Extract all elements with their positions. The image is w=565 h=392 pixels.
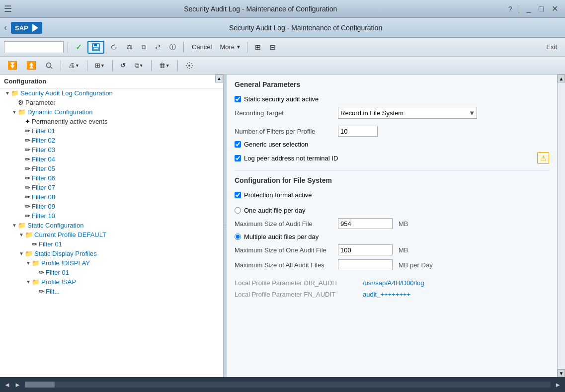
back-button[interactable]: ‹	[4, 22, 7, 33]
tree-item[interactable]: ✏ Filter 01	[0, 239, 223, 249]
tree-expand-icon[interactable]: ▼	[25, 279, 32, 285]
copy2-icon: ⧉	[135, 62, 139, 70]
settings-button[interactable]	[182, 59, 197, 72]
max-one-file-row: Maximum Size of One Audit File MB	[235, 244, 549, 255]
recording-target-label: Recording Target	[235, 109, 334, 117]
warning-button[interactable]: ⚠	[537, 152, 549, 164]
question-icon[interactable]: ?	[505, 4, 515, 14]
tree-item-icon: ✏	[25, 174, 30, 182]
num-filters-input[interactable]	[338, 126, 378, 137]
one-file-row: One audit file per day	[235, 207, 549, 214]
tree-item[interactable]: ▼ 📁 Profile !DISPLAY	[0, 258, 223, 268]
balance-button[interactable]: ⚖	[123, 41, 136, 54]
collapse-all-button[interactable]: ⏬	[4, 59, 21, 72]
copy2-dropdown-icon: ▼	[139, 63, 144, 68]
bottom-scroll-track[interactable]	[25, 382, 551, 388]
print-button[interactable]: 🖨 ▼	[65, 59, 83, 72]
general-params-title: General Parameters	[235, 80, 549, 90]
tree-expand-icon[interactable]: ▼	[25, 260, 32, 266]
transfer-button[interactable]: ⇄	[152, 41, 164, 54]
tree-item[interactable]: ✏ Filter 09	[0, 202, 223, 211]
refresh-button[interactable]	[106, 41, 121, 54]
tree-item-icon: ✏	[25, 146, 30, 154]
exit-button[interactable]: Exit	[542, 42, 561, 52]
nav-right-button[interactable]: ►	[14, 381, 21, 389]
max-all-files-input[interactable]	[338, 259, 393, 270]
sync-button[interactable]: ↺	[117, 59, 129, 72]
cancel-button[interactable]: Cancel	[188, 42, 216, 52]
tree-item[interactable]: ✏ Filter 06	[0, 173, 223, 183]
tree-expand-icon[interactable]: ▼	[11, 223, 18, 228]
tree-item[interactable]: ✏ Filter 10	[0, 211, 223, 221]
right-scroll-track	[558, 82, 565, 369]
close-button[interactable]: ✕	[549, 3, 561, 14]
tree-item[interactable]: ✏ Filter 04	[0, 155, 223, 164]
tree-item[interactable]: ✏ Filter 07	[0, 183, 223, 192]
minimize-button[interactable]: _	[523, 3, 534, 14]
separator-3	[247, 42, 247, 53]
max-one-file-label: Maximum Size of One Audit File	[235, 246, 334, 254]
log-peer-checkbox[interactable]	[235, 155, 241, 161]
tree-item[interactable]: ▼ 📁 Dynamic Configuration	[0, 107, 223, 117]
right-scroll-up-button[interactable]: ▲	[558, 75, 565, 82]
tree-item[interactable]: ▼ 📁 Current Profile DEFAULT	[0, 230, 223, 239]
grid-button[interactable]: ⊞ ▼	[91, 59, 108, 72]
search-button[interactable]	[42, 59, 57, 72]
tree-item[interactable]: ✏ Filter 01	[0, 268, 223, 277]
tree-item[interactable]: ✏ Filter 05	[0, 164, 223, 173]
info-button[interactable]: ⓘ	[166, 41, 179, 54]
save-button[interactable]	[87, 41, 104, 54]
nav-right2-button[interactable]: ►	[555, 381, 561, 389]
expand-all-button[interactable]: ⏫	[23, 59, 40, 72]
one-file-radio[interactable]	[235, 207, 241, 214]
delete-button[interactable]: 🗑 ▼	[156, 59, 173, 72]
tree-item[interactable]: ✏ Filter 01	[0, 126, 223, 136]
tree-item[interactable]: ✏ Filter 08	[0, 192, 223, 202]
tree-item[interactable]: ✦ Permanently active events	[0, 117, 223, 126]
maximize-button[interactable]: □	[536, 3, 547, 14]
layout2-button[interactable]: ⊟	[266, 41, 279, 54]
copy-button[interactable]: ⧉	[138, 41, 150, 54]
generic-user-checkbox[interactable]	[235, 141, 241, 148]
tree-item[interactable]: ✏ Filter 03	[0, 145, 223, 155]
tree-expand-icon[interactable]: ▼	[18, 251, 25, 256]
tree-item[interactable]: ▼ 📁 Profile !SAP	[0, 277, 223, 287]
tree-item[interactable]: ✏ Filt...	[0, 287, 223, 296]
tree-expand-icon[interactable]: ▼	[18, 232, 25, 237]
tree-item[interactable]: ✏ Filter 02	[0, 136, 223, 145]
tree-item-label: Filter 01	[32, 127, 55, 135]
recording-target-select[interactable]: Record in File System Record in Database	[338, 107, 477, 119]
tree-expand-icon[interactable]: ▼	[4, 90, 11, 96]
scroll-up-button[interactable]: ▲	[215, 75, 223, 82]
copy2-button[interactable]: ⧉ ▼	[131, 59, 147, 72]
nav-left-button[interactable]: ◄	[4, 381, 10, 389]
grid-dropdown-icon: ▼	[100, 63, 105, 68]
secondary-toolbar: ⏬ ⏫ 🖨 ▼ ⊞ ▼ ↺ ⧉ ▼ 🗑 ▼	[0, 57, 565, 75]
command-input[interactable]	[4, 41, 64, 53]
tree-item[interactable]: ▼ 📁 Static Display Profiles	[0, 249, 223, 258]
max-one-file-input[interactable]	[338, 244, 393, 255]
layout1-button[interactable]: ⊞	[251, 41, 264, 54]
tree-item-label: Static Display Profiles	[34, 250, 97, 257]
tree-item-label: Filter 04	[32, 156, 55, 163]
right-scroll-down-button[interactable]: ▼	[558, 369, 565, 377]
title-bar: ☰ Security Audit Log - Maintenance of Co…	[0, 0, 565, 18]
tree-item[interactable]: ▼ 📁 Security Audit Log Configuration	[0, 88, 223, 98]
tree-item[interactable]: ▼ 📁 Static Configuration	[0, 221, 223, 230]
check-button[interactable]: ✓	[72, 41, 85, 54]
tree-expand-icon[interactable]: ▼	[11, 109, 18, 115]
static-audit-checkbox[interactable]	[235, 96, 241, 102]
hamburger-menu-icon[interactable]: ☰	[4, 3, 12, 14]
more-button[interactable]: More ▼	[218, 42, 243, 52]
separator-5	[87, 60, 87, 71]
multiple-files-radio[interactable]	[235, 234, 241, 240]
fn-audit-row: Local Profile Parameter FN_AUDIT audit_+…	[235, 291, 549, 298]
tree-item-label: Dynamic Configuration	[27, 108, 93, 116]
max-audit-size-input[interactable]	[338, 218, 393, 229]
dir-audit-label: Local Profile Parameter DIR_AUDIT	[235, 279, 359, 287]
max-all-files-label: Maximum Size of All Audit Files	[235, 261, 334, 269]
app-title: Security Audit Log - Maintenance of Conf…	[50, 24, 561, 32]
svg-point-3	[47, 63, 51, 67]
protection-checkbox[interactable]	[235, 192, 241, 198]
tree-item[interactable]: ⚙ Parameter	[0, 98, 223, 107]
